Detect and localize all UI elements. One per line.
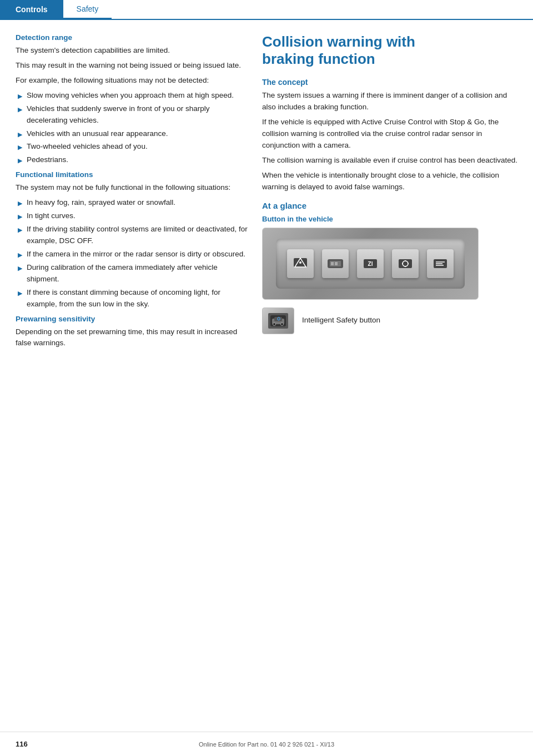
button-panel-inner: ZI [276,239,465,289]
main-content: Detection range The system's detection c… [0,20,533,397]
isb-container: Intelligent Safety button [262,308,517,334]
svg-point-2 [299,261,301,264]
bullet-text: If the camera in the mirror or the radar… [27,249,245,260]
list-item: ▶ Vehicles that suddenly swerve in front… [16,103,249,127]
collision-warning-heading: Collision warning with braking function [262,33,517,68]
panel-button-2 [322,249,349,278]
functional-limitations-bullets: ▶ In heavy fog, rain, sprayed water or s… [16,197,249,310]
bullet-arrow-icon: ▶ [18,250,22,260]
detection-range-para3: For example, the following situations ma… [16,75,249,87]
panel-button-1 [287,249,314,278]
bullet-text: Two-wheeled vehicles ahead of you. [27,141,148,153]
list-item: ▶ If the camera in the mirror or the rad… [16,249,249,260]
bullet-text: Pedestrians. [27,154,68,166]
safety-tab-label: Safety [77,4,99,13]
bullet-text: Vehicles that suddenly swerve in front o… [27,103,249,127]
concept-section: The concept The system issues a warning … [262,78,517,193]
svg-point-22 [273,322,276,325]
bullet-arrow-icon: ▶ [18,143,22,152]
right-column: Collision warning with braking function … [262,33,517,352]
detection-range-section: Detection range The system's detection c… [16,33,249,166]
detection-range-bullets: ▶ Slow moving vehicles when you approach… [16,90,249,167]
heading-line2: braking function [262,51,375,67]
svg-text:ZI: ZI [368,261,373,267]
list-item: ▶ Slow moving vehicles when you approach… [16,90,249,102]
list-item: ▶ Pedestrians. [16,154,249,166]
list-item: ▶ Vehicles with an unusual rear appearan… [16,128,249,140]
bullet-text: In tight curves. [27,210,76,222]
concept-para2: If the vehicle is equipped with Active C… [262,117,517,152]
bullet-arrow-icon: ▶ [18,289,22,298]
prewarning-sensitivity-para1: Depending on the set prewarning time, th… [16,326,249,350]
bullet-arrow-icon: ▶ [18,199,22,208]
list-item: ▶ During calibration of the camera immed… [16,262,249,285]
list-item: ▶ In heavy fog, rain, sprayed water or s… [16,197,249,209]
concept-para4: When the vehicle is intentionally brough… [262,170,517,193]
bullet-text: Slow moving vehicles when you approach t… [27,90,234,102]
bullet-text: If the driving stability control systems… [27,224,249,247]
svg-rect-5 [331,262,334,265]
functional-limitations-section: Functional limitations The system may no… [16,170,249,310]
left-column: Detection range The system's detection c… [16,33,249,352]
concept-heading: The concept [262,78,517,87]
bullet-arrow-icon: ▶ [18,225,22,235]
panel-button-4 [392,249,419,278]
edition-text: Online Edition for Part no. 01 40 2 926 … [49,741,484,748]
isb-icon [268,313,288,329]
at-a-glance-section: At a glance Button in the vehicle [262,201,517,334]
list-item: ▶ Two-wheeled vehicles ahead of you. [16,141,249,153]
isb-label: Intelligent Safety button [302,315,380,326]
footer: 116 Online Edition for Part no. 01 40 2 … [0,732,533,756]
svg-point-23 [281,322,284,325]
button-in-vehicle-label: Button in the vehicle [262,215,517,223]
prewarning-sensitivity-heading: Prewarning sensitivity [16,315,249,323]
bullet-arrow-icon: ▶ [18,264,22,273]
vehicle-panel-image: ZI [262,228,479,300]
heading-line1: Collision warning with [262,33,415,50]
list-item: ▶ If the driving stability control syste… [16,224,249,247]
isb-thumbnail [262,308,294,334]
detection-range-para1: The system's detection capabilities are … [16,45,249,57]
bullet-text: In heavy fog, rain, sprayed water or sno… [27,197,175,209]
concept-para3: The collision warning is available even … [262,155,517,167]
controls-tab-label: Controls [16,5,48,14]
at-a-glance-heading: At a glance [262,201,517,210]
bullet-arrow-icon: ▶ [18,156,22,165]
list-item: ▶ If there is constant dimming because o… [16,287,249,310]
bullet-text: Vehicles with an unusual rear appearance… [27,128,168,140]
detection-range-para2: This may result in the warning not being… [16,60,249,72]
list-item: ▶ In tight curves. [16,210,249,222]
tab-safety[interactable]: Safety [63,0,112,19]
panel-button-5 [427,249,454,278]
bullet-arrow-icon: ▶ [18,92,22,101]
svg-rect-6 [335,262,338,265]
tab-controls[interactable]: Controls [0,0,63,19]
bullet-arrow-icon: ▶ [18,130,22,139]
prewarning-sensitivity-section: Prewarning sensitivity Depending on the … [16,315,249,350]
functional-limitations-para1: The system may not be fully functional i… [16,182,249,194]
detection-range-heading: Detection range [16,33,249,42]
panel-button-3: ZI [357,249,384,278]
tab-bar: Controls Safety [0,0,533,20]
bullet-text: If there is constant dimming because of … [27,287,249,310]
bullet-text: During calibration of the camera immedia… [27,262,249,285]
bullet-arrow-icon: ▶ [18,105,22,114]
bullet-arrow-icon: ▶ [18,212,22,221]
page-number: 116 [16,740,49,748]
functional-limitations-heading: Functional limitations [16,170,249,179]
concept-para1: The system issues a warning if there is … [262,90,517,113]
